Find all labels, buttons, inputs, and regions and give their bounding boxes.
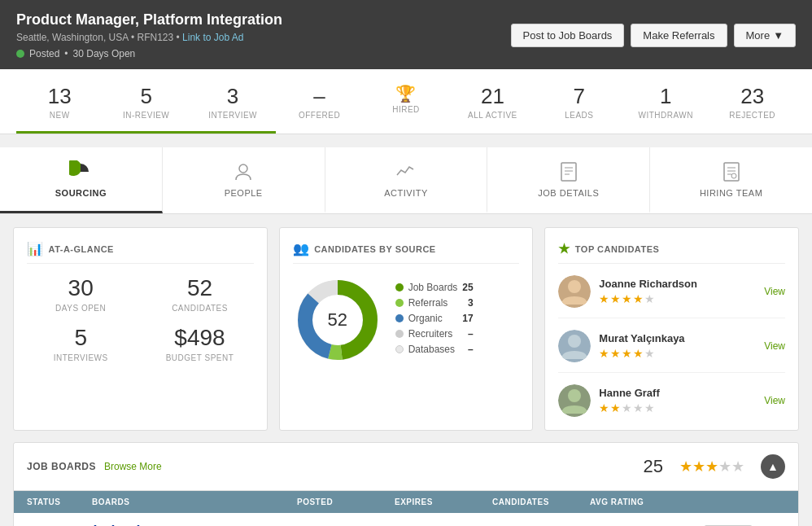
candidate-name-2: Murat Yalçınkaya <box>599 332 756 344</box>
content-grid: 📊 AT-A-GLANCE 30 DAYS OPEN 52 CANDIDATES… <box>13 227 799 431</box>
top-candidates-title: ★ TOP CANDIDATES <box>558 241 785 264</box>
tabs: SOURCING PEOPLE ACTIVITY JOB DETAILS <box>0 147 812 214</box>
days-open: 30 Days Open <box>73 48 136 59</box>
table-row: indeed one search. all jobs. 03-Oct-2014… <box>14 513 798 526</box>
status-text: Posted <box>29 48 59 59</box>
top-candidates-card: ★ TOP CANDIDATES Joanne Richardson ★★★★★… <box>544 227 799 431</box>
stat-in-review[interactable]: 5 IN-REVIEW <box>103 69 189 134</box>
browse-more-link[interactable]: Browse More <box>104 461 162 472</box>
candidate-name-3: Hanne Graff <box>599 387 756 399</box>
databases-dot <box>395 345 404 353</box>
job-boards-card: JOB BOARDS Browse More 25 ★★★★★ ▲ STATUS… <box>13 442 799 526</box>
jb-star1: ★ <box>679 458 692 475</box>
separator2: • <box>177 32 183 43</box>
col-posted: POSTED <box>297 498 395 506</box>
stat-offered-number: – <box>282 84 356 109</box>
col-boards: BOARDS <box>92 498 297 506</box>
avatar-img-1 <box>558 275 591 308</box>
jb-star4: ★ <box>718 458 731 475</box>
svg-rect-1 <box>561 163 576 181</box>
col-candidates: CANDIDATES <box>492 498 590 506</box>
jb-star5: ★ <box>731 458 744 475</box>
tab-activity[interactable]: ACTIVITY <box>325 147 488 213</box>
post-to-job-boards-button[interactable]: Post to Job Boards <box>511 24 625 47</box>
col-status: STATUS <box>27 498 92 506</box>
jb-star3: ★ <box>705 458 718 475</box>
stat-offered-label: OFFERED <box>282 111 356 120</box>
stat-withdrawn[interactable]: 1 WITHDRAWN <box>622 69 709 134</box>
stats-bar: 13 NEW 5 IN-REVIEW 3 INTERVIEW – OFFERED… <box>0 69 812 134</box>
t1: ★ <box>599 401 610 414</box>
star1: ★ <box>599 292 610 305</box>
job-boards-header: JOB BOARDS Browse More 25 ★★★★★ ▲ <box>14 443 798 491</box>
days-open-stat: 30 DAYS OPEN <box>27 275 134 313</box>
budget-number: $498 <box>146 325 253 351</box>
candidate-row-1: Joanne Richardson ★★★★★ View <box>558 275 785 318</box>
stat-new[interactable]: 13 NEW <box>16 69 103 134</box>
tab-hiring-team[interactable]: HIRING TEAM <box>650 147 812 213</box>
status-dot <box>16 50 24 58</box>
tab-activity-label: ACTIVITY <box>384 188 428 198</box>
tab-sourcing-label: SOURCING <box>55 188 107 198</box>
view-candidate-3[interactable]: View <box>764 395 785 406</box>
stat-withdrawn-label: WITHDRAWN <box>629 111 702 120</box>
chevron-down-icon: ▼ <box>773 29 784 42</box>
activity-icon <box>395 160 417 183</box>
avatar-img-3 <box>558 384 591 417</box>
view-candidate-2[interactable]: View <box>764 340 785 352</box>
referrals-dot <box>395 299 404 307</box>
table-header: STATUS BOARDS POSTED EXPIRES CANDIDATES … <box>14 491 798 513</box>
donut-center-number: 52 <box>327 309 347 331</box>
sourcing-icon <box>69 160 92 183</box>
jb-star2: ★ <box>692 458 705 475</box>
separator1: • <box>131 32 138 43</box>
t3: ★ <box>622 401 633 414</box>
star4: ★ <box>633 292 644 305</box>
view-candidate-1[interactable]: View <box>764 286 785 297</box>
header-left: Product Manager, Platform Integration Se… <box>16 11 282 59</box>
job-boards-count: 25 <box>644 456 663 477</box>
candidate-info-3: Hanne Graff ★★★★★ <box>599 387 756 414</box>
stat-rejected[interactable]: 23 REJECTED <box>709 69 796 134</box>
candidates-number: 52 <box>146 275 253 301</box>
candidates-by-source-card: 👥 CANDIDATES BY SOURCE <box>279 227 534 431</box>
more-button[interactable]: More ▼ <box>734 24 797 47</box>
candidates-stat: 52 CANDIDATES <box>146 275 253 313</box>
budget-stat: $498 BUDGET SPENT <box>146 325 253 363</box>
stat-leads-number: 7 <box>543 84 616 109</box>
col-avg-rating: AVG RATING <box>590 498 704 506</box>
stat-hired-number: 🏆 <box>369 84 443 103</box>
stat-new-number: 13 <box>23 84 96 109</box>
hiring-team-icon <box>720 160 743 183</box>
stat-withdrawn-number: 1 <box>629 84 702 109</box>
stat-interview[interactable]: 3 INTERVIEW <box>190 69 276 134</box>
bar-chart-icon: 📊 <box>27 241 44 256</box>
header-meta: Seattle, Washington, USA • RFN123 • Link… <box>16 32 282 43</box>
job-boards-toggle-button[interactable]: ▲ <box>761 454 785 479</box>
stat-hired[interactable]: 🏆 HIRED <box>363 69 449 134</box>
svg-point-0 <box>239 164 247 173</box>
make-referrals-button[interactable]: Make Referrals <box>631 24 727 47</box>
header-status: Posted • 30 Days Open <box>16 48 282 59</box>
legend-databases: Databases – <box>395 344 474 355</box>
tab-job-details[interactable]: JOB DETAILS <box>487 147 650 213</box>
tab-hiring-team-label: HIRING TEAM <box>700 188 762 198</box>
stat-offered[interactable]: – OFFERED <box>276 69 362 134</box>
t2: ★ <box>610 401 622 414</box>
tab-people[interactable]: PEOPLE <box>163 147 325 213</box>
candidate-avatar-3 <box>558 384 591 417</box>
job-boards-stats: 25 ★★★★★ ▲ <box>644 454 785 479</box>
row-board: indeed one search. all jobs. <box>92 523 297 526</box>
tab-people-label: PEOPLE <box>225 188 263 198</box>
stat-leads[interactable]: 7 LEADS <box>536 69 622 134</box>
stat-all-active[interactable]: 21 ALL ACTIVE <box>449 69 535 134</box>
stat-rejected-label: REJECTED <box>716 111 789 120</box>
s3: ★ <box>622 347 633 360</box>
job-ad-link[interactable]: Link to Job Ad <box>182 32 243 43</box>
tab-sourcing[interactable]: SOURCING <box>0 147 163 213</box>
svg-point-17 <box>568 335 581 348</box>
candidates-by-source-title: 👥 CANDIDATES BY SOURCE <box>293 241 520 264</box>
svg-point-16 <box>568 280 581 293</box>
candidate-name-1: Joanne Richardson <box>599 278 756 290</box>
at-glance-grid: 30 DAYS OPEN 52 CANDIDATES 5 INTERVIEWS … <box>27 275 254 363</box>
